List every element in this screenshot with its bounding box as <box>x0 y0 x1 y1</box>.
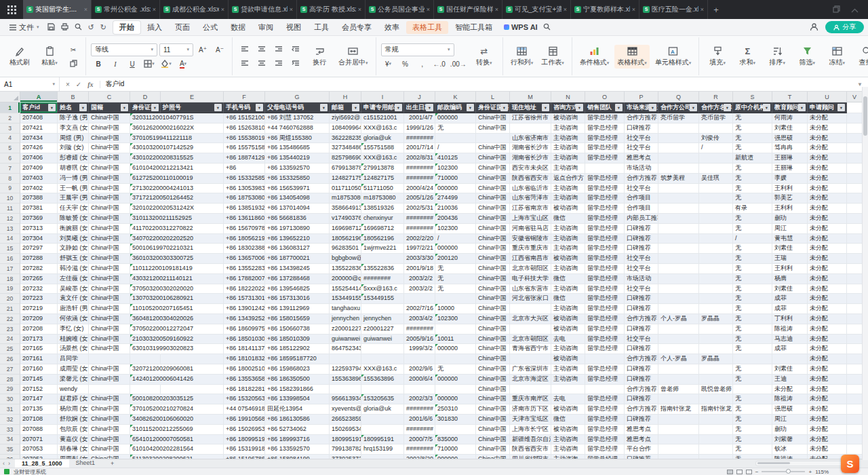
cell[interactable] <box>847 415 863 425</box>
cell[interactable]: 207297 <box>20 244 58 254</box>
cell[interactable]: 未分配 <box>808 425 847 435</box>
cell[interactable]: 刘璇 (女) <box>58 143 89 153</box>
cell[interactable] <box>847 354 863 364</box>
cell[interactable]: 340702200202202520 <box>130 234 161 244</box>
table-header-cell[interactable]: 出生日期▾ <box>404 102 435 113</box>
cell[interactable]: 未分配 <box>808 404 847 415</box>
cell[interactable] <box>847 224 863 234</box>
filter-dropdown-icon[interactable]: ▾ <box>121 104 128 111</box>
cell[interactable]: 王利利 <box>772 204 808 214</box>
cell[interactable]: 430102200208315525 <box>130 153 161 164</box>
cell[interactable]: 2002/7/16 <box>404 304 435 314</box>
cell[interactable]: 864752343 <box>330 344 361 354</box>
cell[interactable]: China中国 <box>89 254 130 264</box>
cell[interactable]: +86 13552283 <box>224 264 265 274</box>
column-header[interactable]: N <box>551 92 585 102</box>
cell[interactable]: 未分配 <box>808 134 847 144</box>
zoom-level[interactable]: 115% <box>815 469 829 475</box>
cell-style-button[interactable]: A 单元格样式▾ <box>652 45 694 69</box>
cell[interactable]: +86 18753080 <box>224 193 265 204</box>
increase-font-icon[interactable]: A⁺ <box>195 44 210 56</box>
cell[interactable]: +86 153325850 <box>265 174 330 184</box>
row-number[interactable]: 22 <box>0 314 20 324</box>
cell[interactable]: bgbgbow@ <box>330 254 361 264</box>
cell[interactable]: xyevents@ <box>330 404 361 415</box>
cell[interactable]: 杨膺 <box>772 274 808 284</box>
cell[interactable]: China中国 <box>89 455 130 459</box>
cell[interactable]: China中国 <box>476 444 510 455</box>
cell[interactable]: 未分配 <box>808 284 847 294</box>
cell[interactable]: 310113200211152925 <box>130 214 161 224</box>
cell[interactable]: 358664913 <box>330 204 361 214</box>
cell[interactable]: 207381 <box>20 204 58 214</box>
cell[interactable]: 207088 <box>20 425 58 435</box>
cell[interactable]: 冯一博 (男 <box>58 174 89 184</box>
cell[interactable]: China中国 <box>89 193 130 204</box>
cell[interactable]: 271302200004241013 <box>130 184 161 194</box>
column-header[interactable]: T <box>772 92 808 102</box>
cell[interactable] <box>847 124 863 134</box>
cell[interactable]: 口碑推荐 <box>625 234 658 244</box>
cell[interactable]: 刘昊曦 (女 <box>58 234 89 244</box>
cell[interactable]: 799138782 <box>330 444 361 455</box>
cell[interactable]: +86 185122902 <box>265 344 330 354</box>
row-number[interactable]: 23 <box>0 324 20 335</box>
cell[interactable]: 被动咨询 <box>551 113 585 124</box>
cell[interactable]: 500108200203035125 <box>130 394 161 404</box>
cell[interactable]: 未分配 <box>808 314 847 324</box>
cell[interactable] <box>658 153 699 164</box>
table-header-cell[interactable]: 父母电话号码▾ <box>265 102 330 113</box>
row-number[interactable]: 30 <box>0 394 20 404</box>
cell[interactable]: 市场活动 <box>625 274 658 284</box>
formula-input[interactable]: 客户id <box>100 79 130 89</box>
cell[interactable]: 无 <box>733 124 772 134</box>
cell[interactable]: 36012620000216022X <box>130 124 161 134</box>
cell[interactable]: China中国 <box>476 214 510 224</box>
cell[interactable]: 强思硕 <box>772 134 808 144</box>
cell[interactable] <box>161 354 224 364</box>
cell[interactable]: 左佳薇 (女 <box>58 274 89 284</box>
cell[interactable] <box>847 404 863 415</box>
cell[interactable]: 无 <box>733 284 772 294</box>
cell[interactable]: ######## <box>404 425 435 435</box>
comma-style-icon[interactable]: , <box>415 58 430 70</box>
cell[interactable]: 274499 <box>435 193 476 204</box>
cell[interactable]: 2005/1/26 <box>404 193 435 204</box>
cell[interactable] <box>658 264 699 274</box>
cell[interactable]: 2002/8/20 <box>404 455 435 459</box>
document-tab[interactable]: S英国留学生:...× <box>23 0 92 19</box>
cell[interactable]: 山东省济南市 <box>510 134 551 144</box>
cell[interactable]: China中国 <box>89 324 130 335</box>
cell[interactable] <box>435 294 476 304</box>
cell[interactable]: ######## <box>404 224 435 234</box>
cell[interactable] <box>699 264 733 274</box>
cell[interactable]: 口碑推荐 <box>625 344 658 354</box>
font-name-select[interactable]: 等线▾ <box>91 43 157 56</box>
cell[interactable]: 310115200212255069 <box>130 425 161 435</box>
filter-dropdown-icon[interactable]: ▾ <box>214 104 222 111</box>
cell[interactable]: 511711050 <box>361 184 404 194</box>
table-header-cell[interactable]: 现住地址▾ <box>510 102 551 113</box>
column-header[interactable]: K <box>435 92 476 102</box>
cell[interactable]: 2003/4/2 <box>404 314 435 324</box>
cell[interactable]: 王迪 <box>772 375 808 385</box>
cell[interactable]: 未分配 <box>808 335 847 345</box>
cell[interactable] <box>847 264 863 274</box>
cell[interactable]: 153449155 <box>330 294 361 304</box>
cell[interactable] <box>658 214 699 224</box>
cell[interactable] <box>658 274 699 284</box>
cell[interactable] <box>699 324 733 335</box>
cell[interactable]: 留学总经理 <box>585 455 625 459</box>
cell[interactable]: 口碑推荐 <box>625 244 658 254</box>
cell[interactable]: 未分配 <box>808 214 847 224</box>
align-top-left-icon[interactable] <box>237 44 252 56</box>
cell[interactable]: +86 19910568 <box>224 415 265 425</box>
fill-color-button[interactable]: ▾ <box>159 58 174 70</box>
cell[interactable]: China中国 <box>89 204 130 214</box>
cell[interactable]: 110105200207165451 <box>130 304 161 314</box>
cell[interactable]: China中国 <box>476 124 510 134</box>
cell[interactable]: 135522836 <box>361 264 404 274</box>
cell[interactable]: +86 18182281 <box>224 385 265 395</box>
cell[interactable]: 2000/6/4 <box>404 375 435 385</box>
filter-dropdown-icon[interactable]: ▾ <box>79 104 87 111</box>
